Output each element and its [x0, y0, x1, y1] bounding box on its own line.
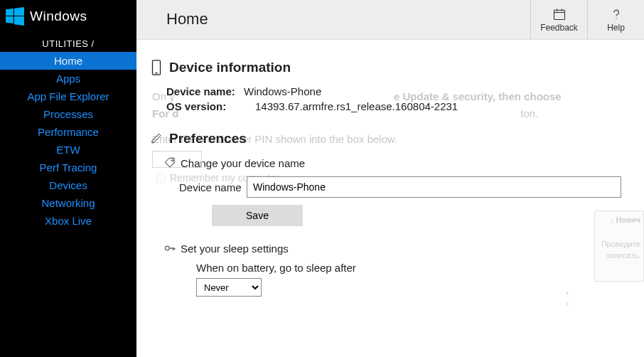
- sidebar-item-networking[interactable]: Networking: [0, 194, 136, 212]
- device-name-field-label: Device name: [179, 181, 247, 193]
- content: On y xxxxxxxxxxxxxxxxxxxxxxxxxxxxxxxxxxx…: [136, 40, 644, 357]
- sidebar-item-processes[interactable]: Processes: [0, 105, 136, 123]
- windows-logo-icon: [6, 7, 24, 26]
- sidebar-item-xbox-live[interactable]: Xbox Live: [0, 212, 136, 230]
- device-name-input[interactable]: [247, 176, 621, 198]
- os-version-label: OS version:: [166, 100, 241, 112]
- svg-rect-9: [153, 60, 161, 75]
- sidebar-item-home[interactable]: Home: [0, 52, 136, 70]
- topbar: Home Feedback Help: [136, 0, 644, 40]
- sidebar-item-devices[interactable]: Devices: [0, 176, 136, 194]
- sidebar-items: Home Apps App File Explorer Processes Pe…: [0, 52, 136, 230]
- feedback-button[interactable]: Feedback: [530, 0, 587, 39]
- svg-point-8: [616, 18, 616, 18]
- sidebar-item-app-file-explorer[interactable]: App File Explorer: [0, 87, 136, 105]
- sidebar-item-etw[interactable]: ETW: [0, 141, 136, 159]
- help-icon: [609, 7, 623, 21]
- page-title: Home: [136, 0, 530, 39]
- sidebar-item-perf-tracing[interactable]: Perf Tracing: [0, 159, 136, 176]
- ghost-chevrons: ››: [566, 287, 569, 309]
- svg-marker-0: [6, 9, 14, 16]
- svg-rect-4: [554, 10, 564, 19]
- battery-sleep-row: When on battery, go to sleep after Never: [196, 262, 621, 297]
- device-info-header: Device information: [151, 60, 621, 75]
- help-label: Help: [607, 23, 625, 33]
- pencil-icon: [151, 131, 162, 146]
- sidebar-item-apps[interactable]: Apps: [0, 70, 136, 87]
- sidebar-header: Windows: [0, 0, 136, 31]
- calendar-icon: [552, 7, 567, 21]
- sidebar-brand: Windows: [30, 9, 87, 24]
- help-button[interactable]: Help: [587, 0, 644, 39]
- device-icon: [151, 60, 162, 75]
- svg-marker-2: [6, 16, 14, 23]
- os-version-value: 14393.67.armfre.rs1_release.160804-2231: [255, 100, 458, 112]
- sidebar-item-performance[interactable]: Performance: [0, 123, 136, 141]
- tag-icon: [163, 156, 176, 169]
- svg-point-11: [171, 160, 173, 161]
- sleep-settings-label: Set your sleep settings: [181, 243, 289, 255]
- breadcrumb: UTILITIES /: [0, 38, 136, 49]
- key-icon: [163, 242, 176, 255]
- preferences-header: Preferences: [151, 131, 621, 146]
- device-name-row: Device name: Windows-Phone: [166, 85, 621, 97]
- device-name-value: Windows-Phone: [244, 85, 321, 97]
- sidebar: Windows UTILITIES / Home Apps App File E…: [0, 0, 136, 357]
- battery-sleep-select[interactable]: Never: [196, 278, 262, 297]
- device-name-field-row: Device name: [179, 176, 621, 198]
- device-name-label: Device name:: [166, 85, 241, 97]
- sleep-settings-row: Set your sleep settings: [163, 242, 621, 255]
- change-device-name-label: Change your device name: [181, 157, 305, 169]
- main: Home Feedback Help On y xxxxxxxxxxxxxxxx…: [136, 0, 644, 357]
- save-button[interactable]: Save: [212, 205, 303, 226]
- change-device-name-row: Change your device name: [163, 156, 621, 169]
- feedback-label: Feedback: [540, 23, 578, 33]
- svg-marker-1: [14, 7, 24, 16]
- battery-sleep-label: When on battery, go to sleep after: [196, 262, 621, 274]
- svg-marker-3: [14, 16, 24, 26]
- os-version-row: OS version: 14393.67.armfre.rs1_release.…: [166, 100, 621, 112]
- svg-point-12: [165, 246, 169, 250]
